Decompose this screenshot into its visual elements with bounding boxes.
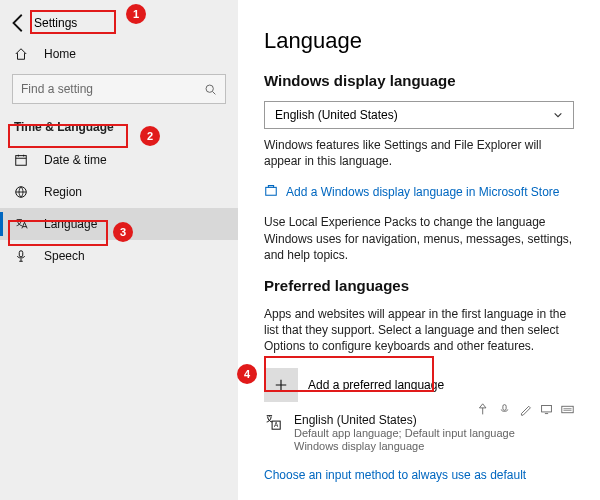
sidebar-section-header: Time & Language bbox=[0, 114, 238, 144]
home-icon bbox=[14, 47, 34, 61]
plus-icon bbox=[274, 378, 288, 392]
search-placeholder: Find a setting bbox=[21, 82, 204, 96]
svg-rect-1 bbox=[16, 156, 27, 166]
sidebar: Settings Home Find a setting Time & Lang… bbox=[0, 0, 238, 500]
svg-point-0 bbox=[206, 85, 213, 92]
app-title: Settings bbox=[34, 16, 77, 30]
sidebar-item-date-time[interactable]: Date & time bbox=[0, 144, 238, 176]
titlebar: Settings bbox=[0, 8, 238, 38]
chevron-down-icon bbox=[553, 110, 563, 120]
microphone-icon bbox=[14, 249, 34, 263]
svg-rect-8 bbox=[542, 405, 552, 412]
display-language-select[interactable]: English (United States) bbox=[264, 101, 574, 129]
add-button[interactable] bbox=[264, 368, 298, 402]
search-icon bbox=[204, 83, 217, 96]
nav-label: Date & time bbox=[44, 153, 107, 167]
keyboard-icon bbox=[561, 403, 574, 416]
experience-packs-desc: Use Local Experience Packs to change the… bbox=[264, 214, 574, 263]
nav-label: Speech bbox=[44, 249, 85, 263]
language-entry[interactable]: A English (United States) Default app la… bbox=[264, 413, 578, 455]
store-language-link[interactable]: Add a Windows display language in Micros… bbox=[264, 183, 578, 200]
display-language-desc: Windows features like Settings and File … bbox=[264, 137, 574, 169]
nav-label: Home bbox=[44, 47, 76, 61]
handwriting-icon bbox=[519, 403, 532, 416]
sidebar-item-region[interactable]: Region bbox=[0, 176, 238, 208]
language-text: English (United States) Default app lang… bbox=[294, 413, 515, 455]
search-input[interactable]: Find a setting bbox=[12, 74, 226, 104]
svg-rect-4 bbox=[266, 188, 277, 196]
language-meta: Default app language; Default input lang… bbox=[294, 427, 515, 441]
section-display-language: Windows display language bbox=[264, 72, 578, 89]
sidebar-item-home[interactable]: Home bbox=[0, 38, 238, 70]
section-preferred-languages: Preferred languages bbox=[264, 277, 578, 294]
language-feature-icons bbox=[477, 403, 574, 416]
svg-rect-7 bbox=[503, 405, 506, 411]
svg-text:A: A bbox=[274, 421, 279, 428]
select-value: English (United States) bbox=[275, 108, 553, 122]
language-glyph-icon: A bbox=[264, 413, 284, 433]
speech-recognition-icon bbox=[498, 403, 511, 416]
link-text: Add a Windows display language in Micros… bbox=[286, 185, 559, 199]
arrow-left-icon bbox=[8, 12, 30, 34]
main-content: Language Windows display language Englis… bbox=[238, 0, 600, 500]
sidebar-item-language[interactable]: Language bbox=[0, 208, 238, 240]
svg-rect-9 bbox=[562, 406, 573, 413]
store-icon bbox=[264, 183, 278, 200]
nav-label: Language bbox=[44, 217, 97, 231]
back-button[interactable] bbox=[8, 12, 30, 34]
preferred-languages-desc: Apps and websites will appear in the fir… bbox=[264, 306, 574, 355]
calendar-icon bbox=[14, 153, 34, 167]
nav-label: Region bbox=[44, 185, 82, 199]
display-language-icon bbox=[540, 403, 553, 416]
language-icon bbox=[14, 217, 34, 231]
add-preferred-language[interactable]: Add a preferred language bbox=[264, 367, 578, 403]
svg-rect-3 bbox=[19, 251, 23, 257]
text-to-speech-icon bbox=[477, 403, 490, 416]
add-label: Add a preferred language bbox=[308, 378, 444, 392]
page-title: Language bbox=[264, 28, 578, 54]
language-meta-2: Windows display language bbox=[294, 440, 515, 454]
default-input-method-link[interactable]: Choose an input method to always use as … bbox=[264, 468, 578, 482]
globe-icon bbox=[14, 185, 34, 199]
sidebar-item-speech[interactable]: Speech bbox=[0, 240, 238, 272]
